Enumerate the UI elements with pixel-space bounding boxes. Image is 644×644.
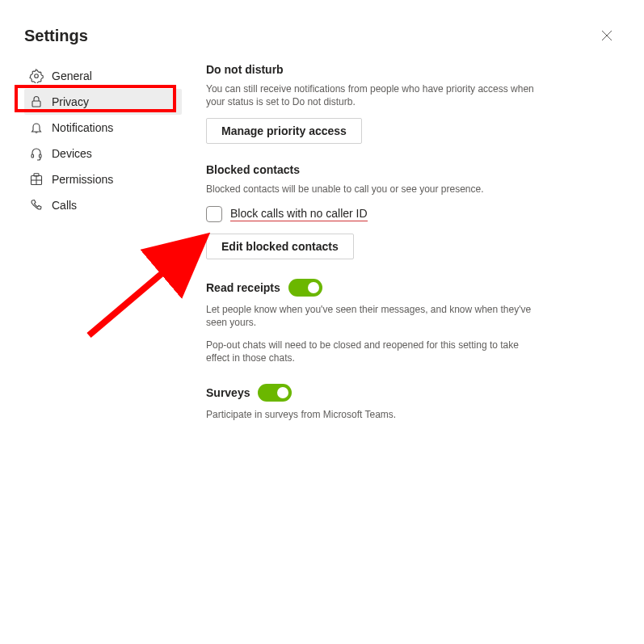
headset-icon bbox=[29, 146, 44, 161]
apps-icon bbox=[29, 172, 44, 187]
read-receipts-toggle[interactable] bbox=[288, 279, 322, 297]
section-surveys: Surveys Participate in surveys from Micr… bbox=[206, 384, 555, 421]
read-receipts-desc2: Pop-out chats will need to be closed and… bbox=[206, 339, 537, 364]
blocked-desc: Blocked contacts will be unable to call … bbox=[206, 183, 537, 196]
block-no-caller-id-label: Block calls with no caller ID bbox=[230, 207, 368, 221]
block-no-caller-id-checkbox[interactable] bbox=[206, 206, 222, 222]
section-dnd: Do not disturb You can still receive not… bbox=[206, 63, 555, 144]
page-title: Settings bbox=[24, 27, 88, 45]
sidebar-item-label: Permissions bbox=[52, 173, 113, 186]
svg-rect-4 bbox=[32, 154, 34, 158]
blocked-title: Blocked contacts bbox=[206, 163, 555, 176]
svg-rect-9 bbox=[34, 174, 39, 176]
edit-blocked-contacts-button[interactable]: Edit blocked contacts bbox=[206, 234, 354, 259]
svg-rect-3 bbox=[32, 101, 40, 107]
sidebar-item-calls[interactable]: Calls bbox=[24, 192, 182, 218]
lock-icon bbox=[29, 95, 44, 109]
sidebar-item-label: Notifications bbox=[52, 121, 113, 134]
gear-icon bbox=[29, 69, 44, 83]
sidebar-item-label: Privacy bbox=[52, 95, 89, 108]
read-receipts-desc: Let people know when you've seen their m… bbox=[206, 303, 537, 329]
section-blocked: Blocked contacts Blocked contacts will b… bbox=[206, 163, 555, 259]
sidebar-item-permissions[interactable]: Permissions bbox=[24, 166, 182, 192]
bell-icon bbox=[29, 120, 44, 135]
sidebar-item-label: Calls bbox=[52, 199, 77, 212]
sidebar-item-devices[interactable]: Devices bbox=[24, 141, 182, 166]
close-button[interactable] bbox=[594, 23, 620, 48]
block-no-caller-id-row[interactable]: Block calls with no caller ID bbox=[206, 206, 555, 222]
svg-point-2 bbox=[35, 74, 39, 78]
sidebar: General Privacy Notifications bbox=[24, 63, 182, 441]
phone-icon bbox=[29, 198, 44, 213]
surveys-desc: Participate in surveys from Microsoft Te… bbox=[206, 408, 537, 421]
sidebar-item-label: General bbox=[52, 69, 92, 82]
surveys-toggle[interactable] bbox=[258, 384, 292, 402]
sidebar-item-general[interactable]: General bbox=[24, 63, 182, 89]
sidebar-item-notifications[interactable]: Notifications bbox=[24, 115, 182, 141]
section-read-receipts: Read receipts Let people know when you'v… bbox=[206, 279, 555, 365]
sidebar-item-privacy[interactable]: Privacy bbox=[24, 89, 182, 115]
surveys-title: Surveys bbox=[206, 386, 250, 399]
dnd-desc: You can still receive notifications from… bbox=[206, 82, 537, 108]
sidebar-item-label: Devices bbox=[52, 147, 92, 160]
close-icon bbox=[601, 30, 612, 41]
manage-priority-access-button[interactable]: Manage priority access bbox=[206, 118, 362, 144]
main-panel: Do not disturb You can still receive not… bbox=[182, 63, 644, 441]
read-receipts-title: Read receipts bbox=[206, 281, 280, 294]
svg-rect-5 bbox=[40, 154, 42, 158]
dnd-title: Do not disturb bbox=[206, 63, 555, 76]
